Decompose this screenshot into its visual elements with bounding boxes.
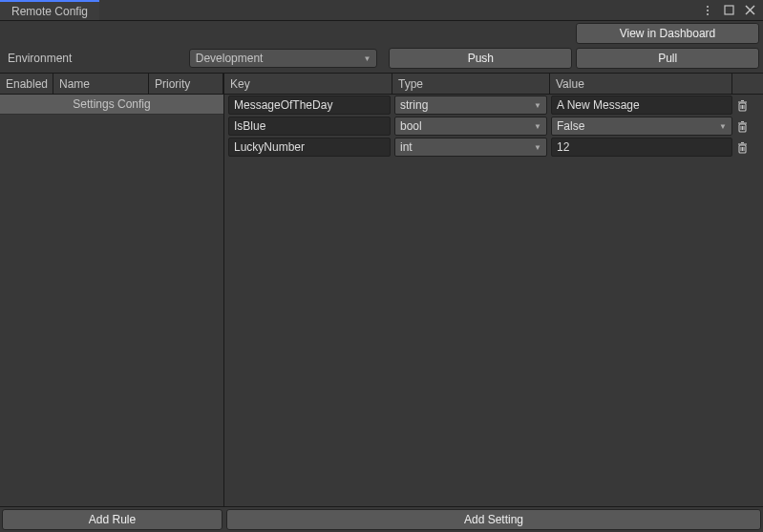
svg-point-2	[707, 13, 709, 15]
svg-point-0	[707, 6, 709, 8]
tab-label: Remote Config	[11, 5, 88, 18]
value-text: False	[557, 119, 584, 133]
environment-dropdown[interactable]: Development ▼	[189, 49, 378, 68]
col-header-key[interactable]: Key	[224, 74, 392, 94]
col-header-enabled[interactable]: Enabled	[0, 74, 53, 94]
maximize-icon[interactable]	[721, 3, 736, 18]
svg-point-1	[707, 10, 709, 11]
setting-value-input[interactable]: A New Message	[551, 96, 732, 115]
setting-row: IsBluebool▼False▼	[224, 116, 763, 137]
delete-setting-button[interactable]	[736, 141, 759, 154]
col-header-priority[interactable]: Priority	[149, 74, 223, 94]
trash-icon	[736, 120, 759, 133]
add-rule-button[interactable]: Add Rule	[2, 509, 223, 530]
top-button-row: View in Dashboard	[0, 21, 763, 46]
chevron-down-icon: ▼	[719, 122, 727, 131]
svg-rect-3	[725, 6, 733, 14]
chevron-down-icon: ▼	[534, 122, 541, 131]
tab-remote-config[interactable]: Remote Config	[0, 0, 99, 20]
trash-icon	[736, 141, 759, 154]
chevron-down-icon: ▼	[534, 101, 541, 110]
chevron-down-icon: ▼	[534, 143, 541, 152]
push-button[interactable]: Push	[389, 48, 572, 69]
kebab-menu-icon[interactable]	[700, 3, 715, 18]
footer: Add Rule Add Setting	[0, 506, 763, 532]
settings-column-headers: Key Type Value	[224, 74, 763, 95]
settings-list: MessageOfTheDaystring▼A New MessageIsBlu…	[224, 95, 763, 506]
pull-button[interactable]: Pull	[576, 48, 759, 69]
setting-value-input[interactable]: 12	[551, 138, 732, 157]
environment-label: Environment	[4, 52, 185, 65]
col-header-name[interactable]: Name	[53, 74, 149, 94]
environment-row: Environment Development ▼ Push Pull	[0, 46, 763, 73]
rules-list: Settings Config	[0, 95, 223, 115]
setting-row: LuckyNumberint▼12	[224, 137, 763, 158]
rule-row[interactable]: Settings Config	[0, 95, 223, 115]
setting-type-dropdown[interactable]: string▼	[394, 96, 547, 115]
col-header-type[interactable]: Type	[392, 74, 550, 94]
delete-setting-button[interactable]	[736, 99, 759, 112]
setting-key-input[interactable]: IsBlue	[228, 117, 391, 136]
rules-column-headers: Enabled Name Priority	[0, 74, 223, 95]
delete-setting-button[interactable]	[736, 120, 759, 133]
main-area: Enabled Name Priority Settings Config Ke…	[0, 73, 763, 506]
setting-row: MessageOfTheDaystring▼A New Message	[224, 95, 763, 116]
type-value: string	[400, 98, 428, 112]
setting-type-dropdown[interactable]: int▼	[394, 138, 547, 157]
environment-selected: Development	[196, 52, 264, 65]
close-icon[interactable]	[742, 3, 757, 18]
type-value: bool	[400, 119, 422, 133]
col-header-actions	[732, 74, 763, 94]
setting-value-dropdown[interactable]: False▼	[551, 117, 732, 136]
type-value: int	[400, 140, 413, 154]
setting-key-input[interactable]: MessageOfTheDay	[228, 96, 391, 115]
add-setting-button[interactable]: Add Setting	[226, 509, 761, 530]
window-controls	[700, 0, 763, 20]
titlebar: Remote Config	[0, 0, 763, 21]
trash-icon	[736, 99, 759, 112]
view-dashboard-button[interactable]: View in Dashboard	[576, 23, 759, 44]
settings-panel: Key Type Value MessageOfTheDaystring▼A N…	[224, 74, 763, 506]
setting-key-input[interactable]: LuckyNumber	[228, 138, 391, 157]
rules-panel: Enabled Name Priority Settings Config	[0, 74, 224, 506]
setting-type-dropdown[interactable]: bool▼	[394, 117, 547, 136]
chevron-down-icon: ▼	[364, 54, 371, 63]
col-header-value[interactable]: Value	[550, 74, 732, 94]
